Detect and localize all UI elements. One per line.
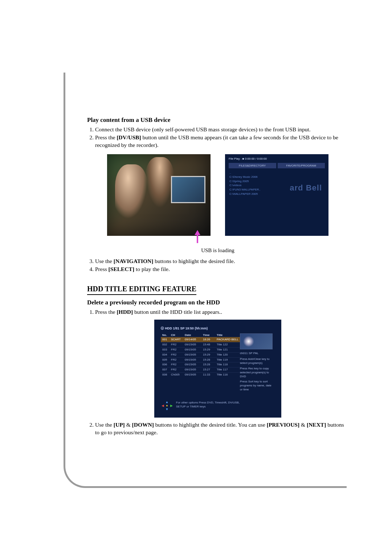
text: & xyxy=(299,422,307,428)
arrow-down-icon: ▼ xyxy=(165,407,169,411)
hdd-thumb-label: ch011 SP PAL xyxy=(240,352,275,356)
usb-photo xyxy=(107,154,211,236)
file-entry: C:\FUN3 WALLPAPER.. xyxy=(229,188,261,192)
hdd-screen-header: 🖸 HDD 1/81 SP 19:50 (hh:mm) xyxy=(161,326,275,331)
table-row: 006FR209/15/0515:28Title 118 xyxy=(161,362,242,367)
hdd-nav-hint: For other options Press DVD, Timeshift, … xyxy=(176,401,242,409)
table-row: 003FR209/15/0515:29Title 121 xyxy=(161,347,242,352)
usb-file-list: .. C:\Disney Music 2006 C:\Spring 2005 C… xyxy=(229,171,261,196)
dv-usb-kw: [DV/USB] xyxy=(117,134,141,140)
table-row: 005FR209/15/0515:28Title 119 xyxy=(161,357,242,362)
footer-lang: English xyxy=(88,468,110,476)
hdd-heading: HDD TITLE EDITING FEATURE xyxy=(87,284,196,295)
down-kw: [DOWN] xyxy=(132,422,154,428)
usb-step-2: Press the [DV/USB] button until the USB … xyxy=(95,134,348,149)
hdd-hint-1: Press Add/Clear key to select program(s) xyxy=(240,357,275,365)
page-content: Play content from a USB device Connect t… xyxy=(87,116,348,439)
file-entry: C:\Disney Music 2006 xyxy=(229,175,261,179)
hdd-nav-footer: ▲ ◀ ● ▶ ▼ For other options Press DVD, T… xyxy=(161,399,242,411)
arrow-left-icon: ◀ xyxy=(161,404,164,407)
text: & xyxy=(125,422,132,428)
hdd-table-header: No. CH Date Time Title xyxy=(161,333,242,337)
file-entry: .. xyxy=(229,171,261,175)
hdd-dpad-icon: ▲ ◀ ● ▶ ▼ xyxy=(161,400,173,411)
table-row: 008Ch00509/15/0511:33Title 116 xyxy=(161,372,242,377)
select-kw: [SELECT] xyxy=(109,266,135,272)
table-row: 004FR209/15/0515:29Title 120 xyxy=(161,352,242,357)
usb-screen-header: File Play - ■ 0:00:00 / 0:00:00 xyxy=(229,157,325,161)
favorite-col: FAVORITE/PROGRAM xyxy=(278,163,325,168)
file-entry: C:\Spring 2005 xyxy=(229,179,261,184)
center-dot-icon: ● xyxy=(165,404,169,407)
hdd-screen-wrap: 🖸 HDD 1/81 SP 19:50 (hh:mm) No. CH Date … xyxy=(87,320,348,418)
usb-steps-b: Use the [NAVIGATION] buttons to highligh… xyxy=(95,258,348,273)
hdd-steps-a: Press the [HDD] button until the HDD tit… xyxy=(95,308,348,316)
text: Press the xyxy=(95,134,117,140)
text: button until the HDD title list appears.… xyxy=(133,309,222,315)
navigation-kw: [NAVIGATION] xyxy=(114,258,154,264)
usb-arrow-stem xyxy=(197,235,198,243)
photo-monitor xyxy=(171,176,205,203)
hdd-hint-3: Press Sort key to sort programs by name,… xyxy=(240,380,275,391)
photo-person-2 xyxy=(145,157,174,208)
page-footer: 6 - English xyxy=(78,468,110,476)
file-entry: C:\WALLPAPER 2005 xyxy=(229,192,261,196)
text: Press xyxy=(95,266,109,272)
table-row: 002FR209/15/0515:48Title 122 xyxy=(161,342,242,347)
photo-person-1 xyxy=(115,164,148,219)
hdd-step-2: Use the [UP] & [DOWN] buttons to highlig… xyxy=(95,421,348,436)
usb-screen-columns: FILES&DIRECTORY FAVORITE/PROGRAM xyxy=(229,163,325,168)
usb-step-1: Connect the USB device (only self-powere… xyxy=(95,126,348,134)
text: to play the file. xyxy=(134,266,170,272)
usb-image-row: File Play - ■ 0:00:00 / 0:00:00 FILES&DI… xyxy=(87,154,348,236)
up-kw: [UP] xyxy=(114,422,125,428)
col-no: No. xyxy=(161,333,170,337)
table-row: 001SCART09/14/0518:26PACKARD BELL xyxy=(161,337,242,342)
table-row: 007FR209/15/0515:27Title 117 xyxy=(161,367,242,372)
text: buttons to highlight the desired title. … xyxy=(154,422,267,428)
hdd-subtitle: Delete a previously recorded program on … xyxy=(87,299,348,307)
usb-step-3: Use the [NAVIGATION] buttons to highligh… xyxy=(95,258,348,265)
usb-arrow-head xyxy=(195,230,200,235)
next-kw: [NEXT] xyxy=(307,422,326,428)
text: Use the xyxy=(95,258,114,264)
file-entry: C:\videos xyxy=(229,183,261,188)
hdd-preview-thumb xyxy=(240,333,273,349)
arrow-up-icon: ▲ xyxy=(165,400,169,404)
footer-sep: - xyxy=(82,468,88,476)
hdd-heading-text: HDD TITLE EDITING FEATURE xyxy=(87,285,196,293)
page-number: 6 xyxy=(78,468,82,476)
hdd-side-panel: ch011 SP PAL Press Add/Clear key to sele… xyxy=(240,333,275,392)
hdd-title-list-screenshot: 🖸 HDD 1/81 SP 19:50 (hh:mm) No. CH Date … xyxy=(154,320,281,418)
text: buttons to highlight the desired file. xyxy=(153,258,235,264)
files-dir-col: FILES&DIRECTORY xyxy=(229,163,276,168)
col-date: Date xyxy=(183,333,201,337)
usb-steps-a: Connect the USB device (only self-powere… xyxy=(95,126,348,149)
col-title: Title xyxy=(215,333,242,337)
hdd-kw: [HDD] xyxy=(117,309,133,315)
hdd-step-1: Press the [HDD] button until the HDD tit… xyxy=(95,308,348,316)
col-time: Time xyxy=(201,333,215,337)
usb-step-4: Press [SELECT] to play the file. xyxy=(95,266,348,273)
hdd-steps-b: Use the [UP] & [DOWN] buttons to highlig… xyxy=(95,421,348,436)
usb-section-title: Play content from a USB device xyxy=(87,116,348,124)
hdd-table: No. CH Date Time Title 001SCART09/14/051… xyxy=(161,333,242,377)
previous-kw: [PREVIOUS] xyxy=(267,422,299,428)
text: Use the xyxy=(95,422,114,428)
packard-bell-logo: ard Bell xyxy=(290,182,322,193)
usb-menu-screenshot: File Play - ■ 0:00:00 / 0:00:00 FILES&DI… xyxy=(225,154,328,236)
hdd-hint-2: Press Rec key to copy selected program(s… xyxy=(240,367,275,378)
usb-loading-caption: USB is loading xyxy=(87,247,348,254)
text: Press the xyxy=(95,309,117,315)
arrow-right-icon: ▶ xyxy=(170,404,173,407)
col-ch: CH xyxy=(170,333,183,337)
